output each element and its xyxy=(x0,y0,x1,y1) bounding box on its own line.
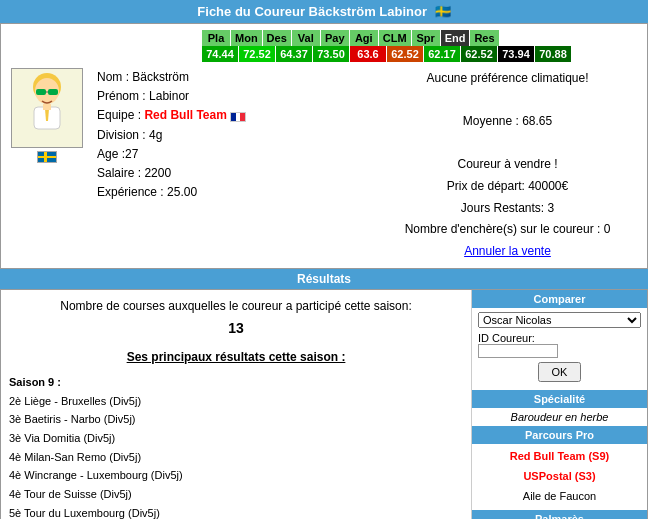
end-label: End xyxy=(441,30,470,46)
specialite-value: Baroudeur en herbe xyxy=(472,408,647,426)
prix-value: 40000€ xyxy=(528,179,568,193)
agi-label: Agi xyxy=(350,30,378,46)
svg-rect-2 xyxy=(36,89,46,95)
id-input[interactable] xyxy=(478,344,558,358)
spr-value: 62.52 xyxy=(461,46,497,62)
annuler-link[interactable]: Annuler la vente xyxy=(464,244,551,258)
nom-value: Bäckström xyxy=(132,70,189,84)
prix-line: Prix de départ: 40000€ xyxy=(374,176,641,198)
equipe-label: Equipe : xyxy=(97,108,141,122)
palmares-header: Palmarès xyxy=(472,510,647,519)
compare-header: Comparer xyxy=(472,290,647,308)
race-3: 3è Via Domitia (Div5j) xyxy=(9,429,463,448)
des-label: Des xyxy=(263,30,291,46)
res-label: Res xyxy=(470,30,498,46)
avatar xyxy=(11,68,83,148)
flag-sweden-icon xyxy=(37,151,57,163)
page-title: Fiche du Coureur Bäckström Labinor xyxy=(197,4,427,19)
resultats-header: Résultats xyxy=(0,269,648,289)
title-bar: Fiche du Coureur Bäckström Labinor 🇸🇪 xyxy=(0,0,648,23)
experience-label: Expérience : xyxy=(97,185,164,199)
parcours-item-0[interactable]: Red Bull Team (S9) xyxy=(510,450,609,462)
compare-inner: Oscar Nicolas ID Coureur: OK xyxy=(472,308,647,390)
encheres-line: Nombre d'enchère(s) sur le coureur : 0 xyxy=(374,219,641,241)
race-4: 4è Milan-San Remo (Div5j) xyxy=(9,448,463,467)
parcours-inner: Red Bull Team (S9) USPostal (S3) Aile de… xyxy=(472,444,647,509)
race-5: 4è Wincrange - Luxembourg (Div5j) xyxy=(9,466,463,485)
race-7: 5è Tour du Luxembourg (Div5j) xyxy=(9,504,463,519)
profile-row: Nom : Bäckström Prénom : Labinor Equipe … xyxy=(7,68,641,262)
courses-count-area: Nombre de courses auxquelles le coureur … xyxy=(9,296,463,340)
salaire-value: 2200 xyxy=(144,166,171,180)
ok-button[interactable]: OK xyxy=(538,362,582,382)
jours-value: 3 xyxy=(548,201,555,215)
stats-header-row: Pla Mon Des Val Pay Agi CLM Spr End Res xyxy=(202,30,641,46)
jours-line: Jours Restants: 3 xyxy=(374,198,641,220)
svg-rect-3 xyxy=(48,89,58,95)
val-label: Val xyxy=(292,30,320,46)
left-results: Nombre de courses auxquelles le coureur … xyxy=(1,290,472,519)
division-value: 4g xyxy=(149,128,162,142)
age-label: Age : xyxy=(97,147,125,161)
age-value: 27 xyxy=(125,147,138,161)
id-label: ID Coureur: xyxy=(478,332,641,344)
des-value: 64.37 xyxy=(276,46,312,62)
info-area: Nom : Bäckström Prénom : Labinor Equipe … xyxy=(97,68,364,262)
val-value: 73.50 xyxy=(313,46,349,62)
results-section: Nombre de courses auxquelles le coureur … xyxy=(0,289,648,519)
principaux-title: Ses principaux résultats cette saison : xyxy=(9,347,463,367)
race-2: 3è Baetiris - Narbo (Div5j) xyxy=(9,410,463,429)
spr-label: Spr xyxy=(412,30,440,46)
top-section: Pla Mon Des Val Pay Agi CLM Spr End Res … xyxy=(0,23,648,269)
right-info-area: Aucune préférence climatique! Moyenne : … xyxy=(374,68,641,262)
clm-value: 62.17 xyxy=(424,46,460,62)
france-flag-icon xyxy=(230,112,246,122)
stats-values-row: 74.44 72.52 64.37 73.50 63.6 62.52 62.17… xyxy=(202,46,641,62)
pla-value: 74.44 xyxy=(202,46,238,62)
vente-text: Coureur à vendre ! xyxy=(374,154,641,176)
race-6: 4è Tour de Suisse (Div5j) xyxy=(9,485,463,504)
clm-label: CLM xyxy=(379,30,411,46)
pay-value: 63.6 xyxy=(350,46,386,62)
pay-label: Pay xyxy=(321,30,349,46)
encheres-value: 0 xyxy=(604,222,611,236)
sweden-flag-icon: 🇸🇪 xyxy=(435,4,451,19)
preference-text: Aucune préférence climatique! xyxy=(374,68,641,90)
salaire-label: Salaire : xyxy=(97,166,141,180)
equipe-link[interactable]: Red Bull Team xyxy=(144,108,226,122)
courses-count-value: 13 xyxy=(9,317,463,341)
end-value: 73.94 xyxy=(498,46,534,62)
specialite-header: Spécialité xyxy=(472,390,647,408)
avatar-area xyxy=(7,68,87,262)
race-1: 2è Liège - Bruxelles (Div5j) xyxy=(9,392,463,411)
svg-rect-7 xyxy=(43,104,51,110)
prenom-value: Labinor xyxy=(149,89,189,103)
prenom-label: Prénom : xyxy=(97,89,146,103)
moyenne-value: 68.65 xyxy=(522,114,552,128)
moyenne-line: Moyenne : 68.65 xyxy=(374,111,641,133)
parcours-item-2: Aile de Faucon xyxy=(523,490,596,502)
pla-label: Pla xyxy=(202,30,230,46)
mon-value: 72.52 xyxy=(239,46,275,62)
courses-label: Nombre de courses auxquelles le coureur … xyxy=(60,299,412,313)
saison-label: Saison 9 : xyxy=(9,373,463,392)
res-value: 70.88 xyxy=(535,46,571,62)
right-panel: Comparer Oscar Nicolas ID Coureur: OK Sp… xyxy=(472,290,647,519)
agi-value: 62.52 xyxy=(387,46,423,62)
parcours-item-1[interactable]: USPostal (S3) xyxy=(523,470,595,482)
division-label: Division : xyxy=(97,128,146,142)
nom-label: Nom : xyxy=(97,70,129,84)
mon-label: Mon xyxy=(231,30,262,46)
experience-value: 25.00 xyxy=(167,185,197,199)
compare-select[interactable]: Oscar Nicolas xyxy=(478,312,641,328)
parcours-header: Parcours Pro xyxy=(472,426,647,444)
